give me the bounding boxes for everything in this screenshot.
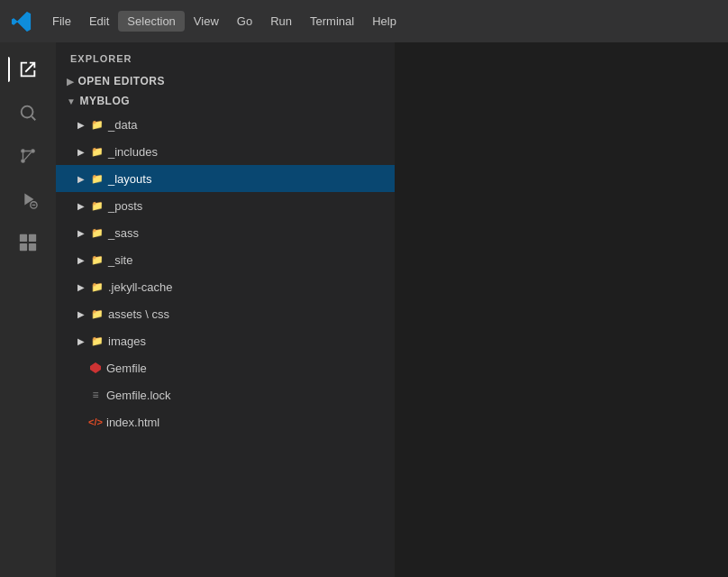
tree-item-assets-css[interactable]: ▶ 📁 assets \ css bbox=[56, 300, 395, 327]
svg-rect-7 bbox=[20, 234, 27, 242]
html-icon: </> bbox=[88, 415, 103, 429]
item-label-gemfile-lock: Gemfile.lock bbox=[106, 389, 395, 402]
item-label-jekyll-cache: .jekyll-cache bbox=[108, 280, 395, 294]
activity-icon-extensions[interactable] bbox=[8, 223, 48, 262]
menu-edit[interactable]: Edit bbox=[80, 11, 118, 32]
explorer-title: EXPLORER bbox=[56, 42, 395, 71]
menu-go[interactable]: Go bbox=[228, 11, 261, 32]
open-editors-chevron: ▶ bbox=[67, 77, 75, 87]
menu-bar: File Edit Selection View Go Run Terminal… bbox=[0, 0, 728, 42]
activity-icon-search[interactable] bbox=[8, 93, 48, 133]
gemfile-icon bbox=[88, 361, 103, 375]
svg-point-0 bbox=[22, 106, 33, 118]
item-label-data: _data bbox=[108, 118, 395, 132]
tree-item-images[interactable]: ▶ 📁 images bbox=[56, 327, 395, 354]
folder-icon-sass: 📁 bbox=[90, 225, 105, 240]
open-editors-header[interactable]: ▶ OPEN EDITORS bbox=[56, 71, 395, 91]
myblog-label: MYBLOG bbox=[79, 95, 130, 107]
folder-icon-assets-css: 📁 bbox=[90, 307, 105, 321]
item-label-sass: _sass bbox=[108, 226, 395, 240]
item-label-assets-css: assets \ css bbox=[108, 307, 395, 321]
item-label-site: _site bbox=[108, 253, 395, 267]
svg-line-1 bbox=[32, 116, 35, 120]
menu-selection[interactable]: Selection bbox=[118, 11, 184, 32]
item-label-posts: _posts bbox=[108, 199, 395, 213]
open-editors-label: OPEN EDITORS bbox=[78, 75, 165, 87]
activity-bar bbox=[0, 42, 56, 577]
file-tree: ▶ 📁 _data ▶ 📁 _includes ▶ 📁 _layouts ▶ 📁… bbox=[56, 111, 395, 577]
menu-terminal[interactable]: Terminal bbox=[301, 11, 363, 32]
tree-item-data[interactable]: ▶ 📁 _data bbox=[56, 111, 395, 138]
folder-icon-images: 📁 bbox=[90, 334, 105, 348]
folder-chevron-data: ▶ bbox=[74, 117, 88, 132]
main-area: EXPLORER ▶ OPEN EDITORS ▼ MYBLOG ▶ 📁 _da… bbox=[0, 42, 728, 577]
folder-chevron-jekyll-cache: ▶ bbox=[74, 279, 88, 294]
menu-help[interactable]: Help bbox=[363, 11, 405, 32]
folder-chevron-sass: ▶ bbox=[74, 225, 88, 240]
tree-item-jekyll-cache[interactable]: ▶ 📁 .jekyll-cache bbox=[56, 273, 395, 300]
item-label-layouts: _layouts bbox=[108, 172, 395, 186]
vscode-logo bbox=[7, 7, 36, 36]
folder-icon-layouts: 📁 bbox=[90, 171, 105, 186]
folder-icon-data: 📁 bbox=[90, 117, 105, 132]
tree-item-site[interactable]: ▶ 📁 _site bbox=[56, 246, 395, 273]
menu-view[interactable]: View bbox=[185, 11, 228, 32]
folder-icon-includes: 📁 bbox=[90, 144, 105, 159]
menu-run[interactable]: Run bbox=[261, 11, 301, 32]
folder-chevron-includes: ▶ bbox=[74, 144, 88, 159]
svg-point-4 bbox=[21, 149, 25, 153]
folder-chevron-posts: ▶ bbox=[74, 198, 88, 213]
folder-icon-posts: 📁 bbox=[90, 198, 105, 213]
tree-item-layouts[interactable]: ▶ 📁 _layouts bbox=[56, 165, 395, 192]
folder-chevron-site: ▶ bbox=[74, 252, 88, 267]
folder-chevron-images: ▶ bbox=[74, 334, 88, 348]
editor-area bbox=[395, 42, 728, 577]
svg-marker-11 bbox=[90, 362, 101, 373]
tree-item-gemfile[interactable]: Gemfile bbox=[56, 354, 395, 381]
svg-rect-10 bbox=[29, 243, 36, 251]
tree-item-posts[interactable]: ▶ 📁 _posts bbox=[56, 192, 395, 219]
item-label-index-html: index.html bbox=[106, 416, 395, 429]
tree-item-gemfile-lock[interactable]: ≡ Gemfile.lock bbox=[56, 381, 395, 408]
myblog-header[interactable]: ▼ MYBLOG bbox=[56, 91, 395, 111]
tree-item-index-html[interactable]: </> index.html bbox=[56, 408, 395, 435]
svg-rect-8 bbox=[29, 234, 36, 242]
item-label-images: images bbox=[108, 334, 395, 348]
tree-item-includes[interactable]: ▶ 📁 _includes bbox=[56, 138, 395, 165]
folder-icon-jekyll-cache: 📁 bbox=[90, 279, 105, 294]
menu-file[interactable]: File bbox=[43, 11, 80, 32]
folder-chevron-layouts: ▶ bbox=[74, 171, 88, 186]
gemfile-lock-icon: ≡ bbox=[88, 388, 103, 402]
item-label-gemfile: Gemfile bbox=[106, 362, 395, 375]
svg-rect-9 bbox=[20, 243, 27, 251]
myblog-chevron: ▼ bbox=[67, 96, 76, 106]
sidebar: EXPLORER ▶ OPEN EDITORS ▼ MYBLOG ▶ 📁 _da… bbox=[56, 42, 395, 577]
folder-icon-site: 📁 bbox=[90, 252, 105, 267]
tree-item-sass[interactable]: ▶ 📁 _sass bbox=[56, 219, 395, 246]
item-label-includes: _includes bbox=[108, 145, 395, 159]
folder-chevron-assets-css: ▶ bbox=[74, 307, 88, 321]
activity-icon-explorer[interactable] bbox=[8, 50, 48, 89]
activity-icon-source-control[interactable] bbox=[8, 136, 48, 176]
activity-icon-run[interactable] bbox=[8, 179, 48, 219]
